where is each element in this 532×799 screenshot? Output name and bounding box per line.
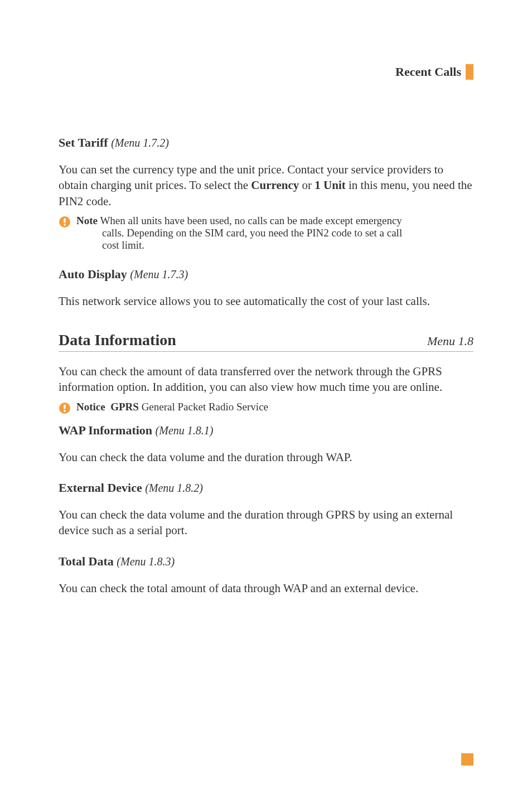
menu-ref: (Menu 1.7.2) xyxy=(111,137,169,149)
alert-icon xyxy=(59,216,71,230)
menu-ref: (Menu 1.8.1) xyxy=(156,424,214,437)
manual-page: Recent Calls Set Tariff (Menu 1.7.2) You… xyxy=(0,0,532,799)
header-title: Recent Calls xyxy=(395,65,461,79)
page-header: Recent Calls xyxy=(59,64,473,80)
note-text: cost limit. xyxy=(102,239,402,251)
heading-external-device: External Device (Menu 1.8.2) xyxy=(59,481,473,495)
svg-rect-1 xyxy=(64,219,65,223)
text-bold: Currency xyxy=(251,178,299,192)
heading-wap-information: WAP Information (Menu 1.8.1) xyxy=(59,423,473,438)
footer-marker-icon xyxy=(461,753,473,766)
paragraph-total-data: You can check the total amount of data t… xyxy=(59,580,473,596)
text-part: or xyxy=(299,178,315,192)
heading-text: Set Tariff xyxy=(59,135,108,149)
heading-data-information: Data Information xyxy=(59,331,176,349)
heading-text: Total Data xyxy=(59,554,114,568)
note-text: calls. Depending on the SIM card, you ne… xyxy=(102,227,402,239)
alert-icon xyxy=(59,402,71,417)
paragraph-wap-information: You can check the data volume and the du… xyxy=(59,449,473,465)
menu-ref: (Menu 1.7.3) xyxy=(130,268,188,280)
menu-ref: (Menu 1.8.2) xyxy=(145,482,203,494)
notice-gprs: GPRS xyxy=(110,401,139,413)
heading-set-tariff: Set Tariff (Menu 1.7.2) xyxy=(59,135,473,150)
paragraph-set-tariff: You can set the currency type and the un… xyxy=(59,162,473,209)
heading-total-data: Total Data (Menu 1.8.3) xyxy=(59,554,473,569)
svg-point-2 xyxy=(64,224,66,226)
notice-text: General Packet Radio Service xyxy=(139,401,268,413)
heading-text: External Device xyxy=(59,481,142,495)
heading-data-information-row: Data Information Menu 1.8 xyxy=(59,331,473,352)
note-text: When all units have been used, no calls … xyxy=(100,215,402,226)
notice-block: Notice GPRS General Packet Radio Service xyxy=(59,401,473,417)
note-block: Note When all units have been used, no c… xyxy=(59,215,473,251)
header-marker-icon xyxy=(466,64,473,80)
heading-text: WAP Information xyxy=(59,423,152,437)
note-content: Note When all units have been used, no c… xyxy=(76,215,402,251)
menu-ref: (Menu 1.8.3) xyxy=(117,555,175,568)
heading-auto-display: Auto Display (Menu 1.7.3) xyxy=(59,267,473,282)
svg-point-5 xyxy=(64,410,66,412)
paragraph-data-information: You can check the amount of data transfe… xyxy=(59,364,473,395)
heading-text: Auto Display xyxy=(59,267,127,281)
paragraph-external-device: You can check the data volume and the du… xyxy=(59,507,473,539)
notice-label: Notice xyxy=(76,401,105,413)
notice-content: Notice GPRS General Packet Radio Service xyxy=(76,401,268,414)
svg-rect-4 xyxy=(64,404,65,409)
text-bold: 1 Unit xyxy=(315,178,345,192)
paragraph-auto-display: This network service allows you to see a… xyxy=(59,293,473,309)
menu-ref: Menu 1.8 xyxy=(427,334,473,348)
note-label: Note xyxy=(76,215,98,226)
